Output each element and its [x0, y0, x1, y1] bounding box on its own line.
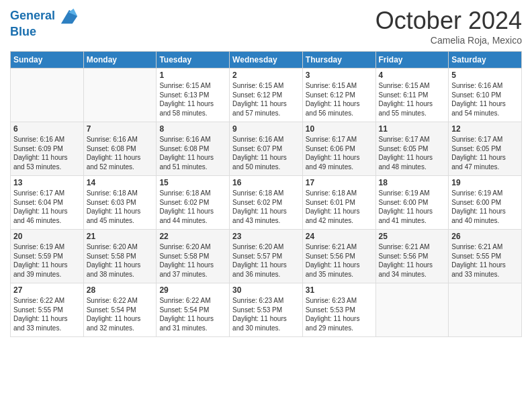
- month-title: October 2024: [375, 7, 522, 35]
- calendar-cell: 1Sunrise: 6:15 AM Sunset: 6:13 PM Daylig…: [157, 68, 230, 122]
- day-number: 5: [451, 71, 519, 80]
- day-info: Sunrise: 6:17 AM Sunset: 6:04 PM Dayligh…: [13, 189, 81, 225]
- day-number: 25: [379, 232, 446, 241]
- day-number: 11: [379, 124, 446, 134]
- day-info: Sunrise: 6:20 AM Sunset: 5:57 PM Dayligh…: [232, 242, 300, 279]
- calendar-cell: 17Sunrise: 6:18 AM Sunset: 6:01 PM Dayli…: [302, 176, 375, 230]
- calendar-cell: 31Sunrise: 6:23 AM Sunset: 5:53 PM Dayli…: [302, 283, 375, 337]
- day-info: Sunrise: 6:17 AM Sunset: 6:05 PM Dayligh…: [451, 135, 519, 171]
- day-info: Sunrise: 6:22 AM Sunset: 5:54 PM Dayligh…: [87, 296, 154, 332]
- title-block: October 2024 Camelia Roja, Mexico: [375, 7, 522, 46]
- day-number: 30: [232, 285, 300, 295]
- day-info: Sunrise: 6:18 AM Sunset: 6:03 PM Dayligh…: [87, 189, 154, 225]
- calendar-cell: 24Sunrise: 6:21 AM Sunset: 5:56 PM Dayli…: [302, 230, 375, 283]
- weekday-header-sunday: Sunday: [11, 52, 84, 68]
- day-number: 18: [379, 178, 446, 187]
- calendar-cell: 8Sunrise: 6:16 AM Sunset: 6:08 PM Daylig…: [157, 122, 230, 176]
- calendar-table: SundayMondayTuesdayWednesdayThursdayFrid…: [10, 51, 522, 337]
- day-info: Sunrise: 6:16 AM Sunset: 6:09 PM Dayligh…: [13, 135, 81, 171]
- day-number: 19: [451, 178, 519, 187]
- calendar-cell: 13Sunrise: 6:17 AM Sunset: 6:04 PM Dayli…: [11, 176, 84, 230]
- weekday-header-thursday: Thursday: [302, 52, 375, 68]
- day-number: 29: [159, 285, 226, 295]
- day-info: Sunrise: 6:19 AM Sunset: 6:00 PM Dayligh…: [379, 189, 446, 225]
- logo: General Blue: [10, 7, 79, 39]
- day-info: Sunrise: 6:21 AM Sunset: 5:56 PM Dayligh…: [379, 242, 446, 279]
- calendar-cell: 29Sunrise: 6:22 AM Sunset: 5:54 PM Dayli…: [157, 283, 230, 337]
- calendar-cell: 19Sunrise: 6:19 AM Sunset: 6:00 PM Dayli…: [449, 176, 522, 230]
- day-info: Sunrise: 6:15 AM Sunset: 6:12 PM Dayligh…: [232, 81, 300, 118]
- calendar-cell: 9Sunrise: 6:16 AM Sunset: 6:07 PM Daylig…: [230, 122, 303, 176]
- calendar-week-row: 13Sunrise: 6:17 AM Sunset: 6:04 PM Dayli…: [11, 176, 522, 230]
- weekday-header-tuesday: Tuesday: [157, 52, 230, 68]
- calendar-cell: [449, 283, 522, 337]
- day-number: 26: [451, 232, 519, 241]
- calendar-cell: 11Sunrise: 6:17 AM Sunset: 6:05 PM Dayli…: [375, 122, 449, 176]
- day-number: 3: [306, 71, 373, 80]
- calendar-cell: [11, 68, 84, 122]
- calendar-week-row: 27Sunrise: 6:22 AM Sunset: 5:55 PM Dayli…: [11, 283, 522, 337]
- logo-text: General: [10, 7, 79, 26]
- day-info: Sunrise: 6:22 AM Sunset: 5:55 PM Dayligh…: [13, 296, 81, 332]
- day-number: 7: [87, 124, 154, 134]
- logo-line2: Blue: [10, 26, 79, 39]
- day-number: 24: [306, 232, 373, 241]
- day-info: Sunrise: 6:15 AM Sunset: 6:13 PM Dayligh…: [159, 81, 226, 118]
- day-info: Sunrise: 6:23 AM Sunset: 5:53 PM Dayligh…: [306, 296, 373, 332]
- calendar-cell: 26Sunrise: 6:21 AM Sunset: 5:55 PM Dayli…: [449, 230, 522, 283]
- calendar-cell: 4Sunrise: 6:15 AM Sunset: 6:11 PM Daylig…: [375, 68, 449, 122]
- day-number: 23: [232, 232, 300, 241]
- calendar-cell: 25Sunrise: 6:21 AM Sunset: 5:56 PM Dayli…: [375, 230, 449, 283]
- day-number: 6: [13, 124, 81, 134]
- day-number: 28: [87, 285, 154, 295]
- calendar-cell: 2Sunrise: 6:15 AM Sunset: 6:12 PM Daylig…: [230, 68, 303, 122]
- day-info: Sunrise: 6:16 AM Sunset: 6:08 PM Dayligh…: [159, 135, 226, 171]
- day-number: 31: [306, 285, 373, 295]
- day-info: Sunrise: 6:21 AM Sunset: 5:55 PM Dayligh…: [451, 242, 519, 279]
- day-info: Sunrise: 6:16 AM Sunset: 6:10 PM Dayligh…: [451, 81, 519, 118]
- weekday-header-friday: Friday: [375, 52, 449, 68]
- day-info: Sunrise: 6:18 AM Sunset: 6:02 PM Dayligh…: [232, 189, 300, 225]
- calendar-week-row: 20Sunrise: 6:19 AM Sunset: 5:59 PM Dayli…: [11, 230, 522, 283]
- calendar-cell: 18Sunrise: 6:19 AM Sunset: 6:00 PM Dayli…: [375, 176, 449, 230]
- calendar-cell: 7Sunrise: 6:16 AM Sunset: 6:08 PM Daylig…: [83, 122, 157, 176]
- calendar-cell: [83, 68, 157, 122]
- day-info: Sunrise: 6:20 AM Sunset: 5:58 PM Dayligh…: [159, 242, 226, 279]
- calendar-cell: 16Sunrise: 6:18 AM Sunset: 6:02 PM Dayli…: [230, 176, 303, 230]
- day-info: Sunrise: 6:20 AM Sunset: 5:58 PM Dayligh…: [87, 242, 154, 279]
- day-number: 1: [159, 71, 226, 80]
- day-number: 12: [451, 124, 519, 134]
- calendar-cell: 28Sunrise: 6:22 AM Sunset: 5:54 PM Dayli…: [83, 283, 157, 337]
- weekday-header-saturday: Saturday: [449, 52, 522, 68]
- calendar-cell: 10Sunrise: 6:17 AM Sunset: 6:06 PM Dayli…: [302, 122, 375, 176]
- logo-icon: [60, 7, 79, 26]
- day-info: Sunrise: 6:17 AM Sunset: 6:05 PM Dayligh…: [379, 135, 446, 171]
- day-info: Sunrise: 6:19 AM Sunset: 5:59 PM Dayligh…: [13, 242, 81, 279]
- location: Camelia Roja, Mexico: [375, 35, 522, 46]
- calendar-cell: 22Sunrise: 6:20 AM Sunset: 5:58 PM Dayli…: [157, 230, 230, 283]
- calendar-cell: 6Sunrise: 6:16 AM Sunset: 6:09 PM Daylig…: [11, 122, 84, 176]
- day-info: Sunrise: 6:21 AM Sunset: 5:56 PM Dayligh…: [306, 242, 373, 279]
- day-info: Sunrise: 6:23 AM Sunset: 5:53 PM Dayligh…: [232, 296, 300, 332]
- day-number: 13: [13, 178, 81, 187]
- day-info: Sunrise: 6:18 AM Sunset: 6:01 PM Dayligh…: [306, 189, 373, 225]
- day-number: 20: [13, 232, 81, 241]
- day-number: 14: [87, 178, 154, 187]
- day-info: Sunrise: 6:18 AM Sunset: 6:02 PM Dayligh…: [159, 189, 226, 225]
- day-number: 8: [159, 124, 226, 134]
- calendar-cell: 23Sunrise: 6:20 AM Sunset: 5:57 PM Dayli…: [230, 230, 303, 283]
- day-info: Sunrise: 6:15 AM Sunset: 6:12 PM Dayligh…: [306, 81, 373, 118]
- page-header: General Blue October 2024 Camelia Roja, …: [10, 7, 522, 46]
- day-number: 16: [232, 178, 300, 187]
- day-number: 15: [159, 178, 226, 187]
- day-info: Sunrise: 6:15 AM Sunset: 6:11 PM Dayligh…: [379, 81, 446, 118]
- calendar-cell: 27Sunrise: 6:22 AM Sunset: 5:55 PM Dayli…: [11, 283, 84, 337]
- day-number: 4: [379, 71, 446, 80]
- day-info: Sunrise: 6:16 AM Sunset: 6:08 PM Dayligh…: [87, 135, 154, 171]
- calendar-cell: 20Sunrise: 6:19 AM Sunset: 5:59 PM Dayli…: [11, 230, 84, 283]
- day-info: Sunrise: 6:22 AM Sunset: 5:54 PM Dayligh…: [159, 296, 226, 332]
- day-number: 2: [232, 71, 300, 80]
- calendar-week-row: 6Sunrise: 6:16 AM Sunset: 6:09 PM Daylig…: [11, 122, 522, 176]
- day-info: Sunrise: 6:17 AM Sunset: 6:06 PM Dayligh…: [306, 135, 373, 171]
- day-number: 9: [232, 124, 300, 134]
